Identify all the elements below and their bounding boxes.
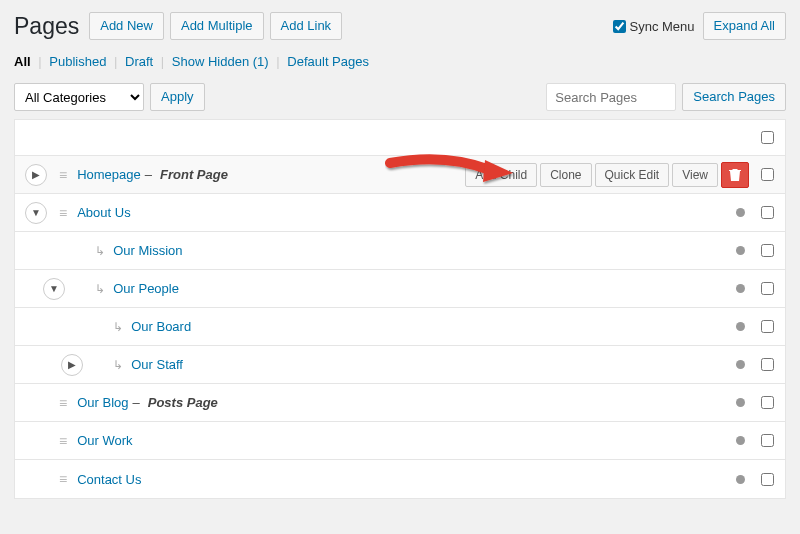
drag-handle-icon[interactable]: ≡ [59, 396, 67, 410]
page-link[interactable]: Our Work [77, 433, 132, 448]
expand-toggle[interactable]: ▶ [61, 354, 83, 376]
filter-draft[interactable]: Draft [125, 54, 153, 69]
table-row: ≡ ↳ Our Mission [15, 232, 785, 270]
filter-links: All | Published | Draft | Show Hidden (1… [14, 54, 786, 69]
view-button[interactable]: View [672, 163, 718, 187]
table-row: ≡ Our Blog – Posts Page [15, 384, 785, 422]
status-dot [736, 208, 745, 217]
add-link-button[interactable]: Add Link [270, 12, 343, 40]
collapse-toggle[interactable]: ▼ [25, 202, 47, 224]
table-row: ▼ ≡ ↳ Our People [15, 270, 785, 308]
page-link[interactable]: Our People [113, 281, 179, 296]
filter-all[interactable]: All [14, 54, 31, 69]
trash-button[interactable] [721, 162, 749, 188]
page-suffix: Posts Page [148, 395, 218, 410]
row-checkbox[interactable] [761, 396, 774, 409]
select-all-checkbox[interactable] [761, 131, 774, 144]
row-checkbox[interactable] [761, 320, 774, 333]
page-link[interactable]: Contact Us [77, 472, 141, 487]
status-dot [736, 475, 745, 484]
page-title: Pages [14, 13, 79, 40]
status-dot [736, 360, 745, 369]
row-checkbox[interactable] [761, 244, 774, 257]
collapse-toggle[interactable]: ▼ [43, 278, 65, 300]
status-dot [736, 322, 745, 331]
status-dot [736, 398, 745, 407]
category-select[interactable]: All Categories [14, 83, 144, 111]
filter-published[interactable]: Published [49, 54, 106, 69]
sync-menu-label[interactable]: Sync Menu [613, 19, 695, 34]
filter-default-pages[interactable]: Default Pages [287, 54, 369, 69]
table-header [15, 120, 785, 156]
page-link[interactable]: Homepage [77, 167, 141, 182]
row-checkbox[interactable] [761, 434, 774, 447]
table-row: ≡ ↳ Our Board [15, 308, 785, 346]
add-child-button[interactable]: Add Child [465, 163, 537, 187]
drag-handle-icon[interactable]: ≡ [59, 206, 67, 220]
row-checkbox[interactable] [761, 282, 774, 295]
filter-show-hidden[interactable]: Show Hidden (1) [172, 54, 269, 69]
search-input[interactable] [546, 83, 676, 111]
status-dot [736, 284, 745, 293]
page-link[interactable]: Our Board [131, 319, 191, 334]
apply-button[interactable]: Apply [150, 83, 205, 111]
pages-table: ▶ ≡ Homepage – Front Page Add Child Clon… [14, 119, 786, 499]
table-row: ▼ ≡ About Us [15, 194, 785, 232]
page-suffix: Front Page [160, 167, 228, 182]
table-row: ≡ Our Work [15, 422, 785, 460]
child-indicator-icon: ↳ [113, 358, 123, 372]
table-row: ▶ ≡ ↳ Our Staff [15, 346, 785, 384]
trash-icon [729, 168, 741, 182]
table-row: ▶ ≡ Homepage – Front Page Add Child Clon… [15, 156, 785, 194]
expand-all-button[interactable]: Expand All [703, 12, 786, 40]
page-link[interactable]: About Us [77, 205, 130, 220]
page-link[interactable]: Our Blog [77, 395, 128, 410]
expand-toggle[interactable]: ▶ [25, 164, 47, 186]
status-dot [736, 436, 745, 445]
status-dot [736, 246, 745, 255]
drag-handle-icon[interactable]: ≡ [59, 434, 67, 448]
quick-edit-button[interactable]: Quick Edit [595, 163, 670, 187]
add-new-button[interactable]: Add New [89, 12, 164, 40]
child-indicator-icon: ↳ [95, 244, 105, 258]
page-link[interactable]: Our Staff [131, 357, 183, 372]
page-link[interactable]: Our Mission [113, 243, 182, 258]
search-button[interactable]: Search Pages [682, 83, 786, 111]
row-checkbox[interactable] [761, 358, 774, 371]
row-checkbox[interactable] [761, 473, 774, 486]
child-indicator-icon: ↳ [113, 320, 123, 334]
add-multiple-button[interactable]: Add Multiple [170, 12, 264, 40]
row-checkbox[interactable] [761, 168, 774, 181]
child-indicator-icon: ↳ [95, 282, 105, 296]
clone-button[interactable]: Clone [540, 163, 591, 187]
sync-menu-checkbox[interactable] [613, 20, 626, 33]
row-checkbox[interactable] [761, 206, 774, 219]
table-row: ≡ Contact Us [15, 460, 785, 498]
drag-handle-icon[interactable]: ≡ [59, 168, 67, 182]
drag-handle-icon[interactable]: ≡ [59, 472, 67, 486]
